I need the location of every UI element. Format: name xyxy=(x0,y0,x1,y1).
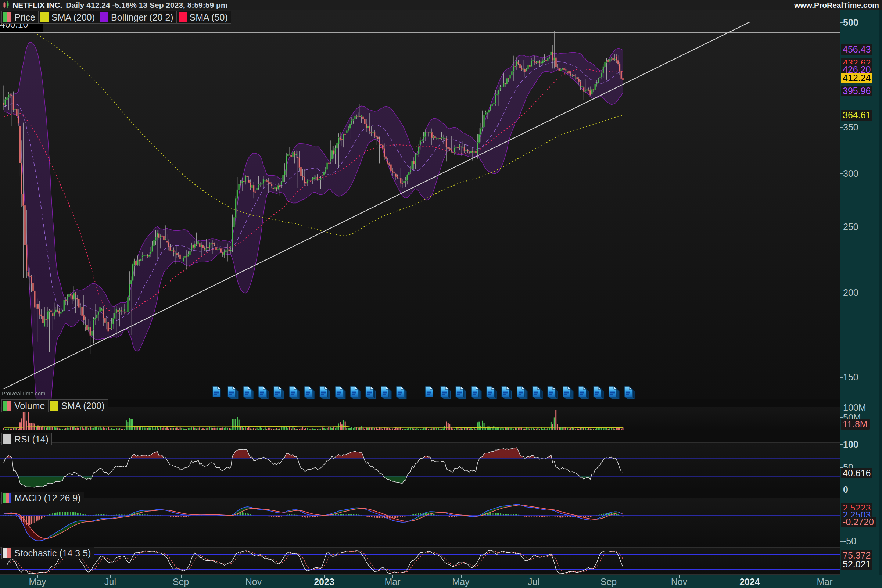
earnings-report-icon[interactable] xyxy=(320,384,332,400)
price-chart-canvas[interactable] xyxy=(0,0,840,588)
price-legend: PriceSMA (200)Bollinger (20 2)SMA (50) xyxy=(2,11,231,24)
earnings-report-icon[interactable] xyxy=(532,384,544,400)
earnings-report-icon[interactable] xyxy=(350,384,362,400)
macd-legend-chip-0[interactable]: MACD (12 26 9) xyxy=(2,492,84,504)
earnings-report-icon[interactable] xyxy=(289,384,302,400)
symbol-title: NETFLIX INC. xyxy=(12,1,62,9)
indicator-value-label: 11.8M xyxy=(841,419,870,430)
indicator-value-label: 395.96 xyxy=(841,86,873,96)
axis-tick-label: 150 xyxy=(843,372,858,382)
month-label: Jul xyxy=(104,577,116,587)
legend-label: MACD (12 26 9) xyxy=(14,492,81,504)
site-link[interactable]: www.ProRealTime.com xyxy=(794,1,879,9)
earnings-report-icon[interactable] xyxy=(609,384,621,400)
indicator-value-label: 364.61 xyxy=(841,110,873,120)
earnings-report-icon[interactable] xyxy=(381,384,393,400)
yellow-swatch-icon xyxy=(50,400,58,411)
earnings-report-icon[interactable] xyxy=(578,384,591,400)
axis-tick xyxy=(840,417,843,418)
macd-swatch-icon xyxy=(3,493,11,503)
time-axis[interactable]: MayJulSepNov2023MarMayJulSepNov2024Mar xyxy=(0,575,882,588)
axis-tick-label: 100 xyxy=(843,439,858,450)
price-legend-chip-1[interactable]: SMA (200) xyxy=(39,11,98,24)
earnings-report-icon[interactable] xyxy=(471,384,483,400)
earnings-report-icon[interactable] xyxy=(440,384,453,400)
earnings-report-icon[interactable] xyxy=(486,384,499,400)
macd-legend: MACD (12 26 9) xyxy=(2,492,84,504)
axis-tick-label: 500 xyxy=(843,17,858,28)
purple-swatch-icon xyxy=(100,12,108,22)
axis-tick xyxy=(840,444,843,445)
month-label: May xyxy=(28,577,46,587)
earnings-report-icon[interactable] xyxy=(273,384,286,400)
volume-legend: VolumeSMA (200) xyxy=(2,399,108,412)
price-legend-chip-0[interactable]: Price xyxy=(2,11,39,24)
axis-tick-label: -50 xyxy=(843,536,856,546)
earnings-report-icon[interactable] xyxy=(425,384,437,400)
stochastic-legend-chip-0[interactable]: Stochastic (14 3 5) xyxy=(2,547,94,560)
earnings-report-icon[interactable] xyxy=(304,384,316,400)
earnings-report-icon[interactable] xyxy=(365,384,378,400)
axis-tick xyxy=(840,377,843,378)
red-swatch-icon xyxy=(178,12,187,22)
stochastic-legend: Stochastic (14 3 5) xyxy=(2,547,94,560)
gray-swatch-icon xyxy=(3,434,11,444)
earnings-report-icon[interactable] xyxy=(335,384,347,400)
title-bar: NETFLIX INC. Daily 412.24 -5.16% 13 Sep … xyxy=(0,0,882,10)
level-line-label: 400.10 xyxy=(0,23,44,32)
axis-tick xyxy=(840,489,843,490)
legend-label: Price xyxy=(14,12,35,23)
month-label: May xyxy=(452,577,469,587)
price-legend-chip-3[interactable]: SMA (50) xyxy=(177,11,231,24)
month-label: Jul xyxy=(528,577,540,587)
rsi-legend-chip-0[interactable]: RSI (14) xyxy=(2,433,52,446)
month-label: Nov xyxy=(246,577,262,587)
month-label: Mar xyxy=(817,577,832,587)
earnings-report-icon[interactable] xyxy=(228,384,240,400)
earnings-report-icon[interactable] xyxy=(258,384,270,400)
indicator-value-label: 40.616 xyxy=(841,468,873,478)
price-axis[interactable]: 500350300250200150100M50M100500-50456.43… xyxy=(840,0,882,588)
earnings-report-icon[interactable] xyxy=(562,384,575,400)
axis-tick xyxy=(840,227,843,228)
price-swatch-icon xyxy=(3,12,11,22)
price-legend-chip-2[interactable]: Bollinger (20 2) xyxy=(98,11,177,24)
volume-legend-chip-1[interactable]: SMA (200) xyxy=(48,399,108,412)
earnings-report-icon[interactable] xyxy=(455,384,468,400)
quote-summary: Daily 412.24 -5.16% 13 Sep 2023, 8:59:59… xyxy=(66,1,228,9)
earnings-report-icon[interactable] xyxy=(501,384,514,400)
vol-swatch-icon xyxy=(3,400,11,411)
volume-legend-chip-0[interactable]: Volume xyxy=(2,399,48,412)
axis-tick xyxy=(840,174,843,174)
month-label: Sep xyxy=(173,577,189,587)
rsi-legend: RSI (14) xyxy=(2,433,52,446)
prorealtime-window: NETFLIX INC. Daily 412.24 -5.16% 13 Sep … xyxy=(0,0,882,588)
legend-label: SMA (200) xyxy=(61,400,104,411)
stoch-swatch-icon xyxy=(3,548,11,558)
month-label: 2023 xyxy=(314,577,334,587)
earnings-report-icon[interactable] xyxy=(593,384,606,400)
month-label: 2024 xyxy=(740,577,760,587)
earnings-report-icon[interactable] xyxy=(212,384,225,400)
axis-tick-label: 0 xyxy=(843,484,848,495)
earnings-report-icon[interactable] xyxy=(517,384,529,400)
axis-scrollbar[interactable] xyxy=(879,0,882,588)
axis-tick-label: 300 xyxy=(843,168,858,179)
legend-label: Volume xyxy=(14,400,45,411)
earnings-report-icon[interactable] xyxy=(396,384,408,400)
month-label: Sep xyxy=(600,577,616,587)
axis-tick xyxy=(840,127,843,128)
legend-label: SMA (50) xyxy=(190,12,228,23)
axis-tick-label: 250 xyxy=(843,222,858,232)
earnings-report-icon[interactable] xyxy=(624,384,636,400)
axis-tick xyxy=(840,22,843,23)
axis-tick xyxy=(840,292,843,293)
month-label: Nov xyxy=(671,577,687,587)
earnings-report-icon[interactable] xyxy=(547,384,560,400)
candlestick-icon xyxy=(2,1,10,9)
axis-tick-label: 200 xyxy=(843,287,858,298)
earnings-report-icon[interactable] xyxy=(243,384,255,400)
axis-tick xyxy=(840,541,843,542)
axis-tick-label: 350 xyxy=(843,122,858,133)
last-price-label: 412.24 xyxy=(841,73,873,83)
